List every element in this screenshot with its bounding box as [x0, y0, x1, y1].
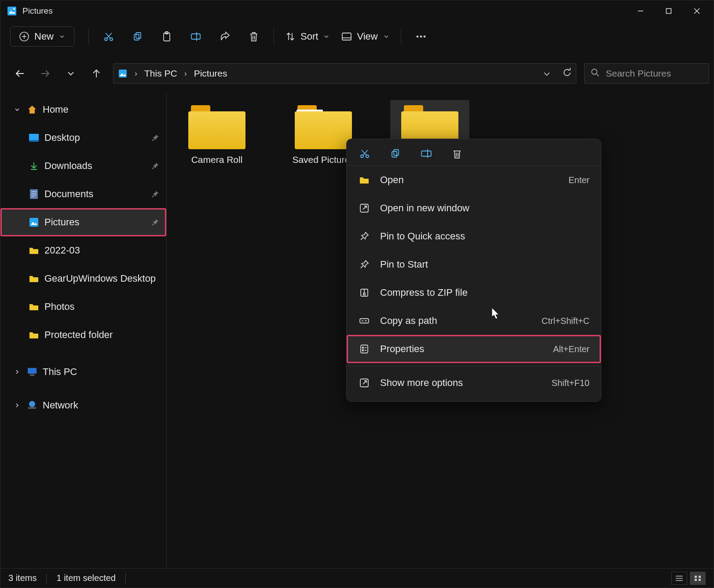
breadcrumb-this-pc[interactable]: This PC [144, 68, 177, 79]
svg-rect-53 [30, 374, 34, 375]
thumbnails-view-button[interactable] [690, 572, 706, 585]
sidebar-item-folder[interactable]: Photos [0, 293, 166, 321]
rename-button[interactable] [181, 26, 210, 47]
breadcrumb-pictures[interactable]: Pictures [194, 68, 227, 79]
ctx-copy-button[interactable] [389, 147, 402, 160]
nav-row: › This PC › Pictures Search Pictures [0, 60, 714, 87]
separator [46, 573, 47, 583]
folder-icon [29, 245, 39, 256]
ctx-item-label: Compress to ZIP file [380, 287, 590, 298]
separator [347, 366, 601, 366]
sidebar-item-desktop[interactable]: Desktop [0, 124, 166, 152]
ctx-pin-to-start[interactable]: Pin to Start [347, 250, 601, 279]
search-placeholder: Search Pictures [606, 68, 671, 79]
ctx-compress-zip[interactable]: Compress to ZIP file [347, 279, 601, 307]
chevron-right-icon: › [135, 69, 137, 78]
scissors-icon [103, 31, 114, 42]
search-icon [591, 68, 600, 79]
monitor-icon [27, 367, 37, 377]
svg-line-39 [152, 139, 154, 141]
svg-rect-63 [421, 151, 431, 156]
sidebar-item-label: 2022-03 [44, 245, 160, 256]
address-dropdown-button[interactable] [543, 68, 550, 79]
svg-rect-32 [119, 70, 127, 77]
share-button[interactable] [210, 26, 239, 47]
sidebar-item-network[interactable]: Network [0, 391, 166, 419]
refresh-button[interactable] [563, 68, 571, 79]
ctx-rename-button[interactable] [420, 147, 433, 160]
maximize-button[interactable] [655, 0, 683, 22]
details-view-button[interactable] [671, 572, 687, 585]
chevron-down-icon [13, 105, 22, 114]
ctx-show-more-options[interactable]: Show more options Shift+F10 [347, 369, 601, 397]
pictures-icon [29, 217, 39, 228]
ctx-open-new-window[interactable]: Open in new window [347, 194, 601, 222]
sidebar-item-folder[interactable]: GearUpWindows Desktop [0, 265, 166, 293]
svg-rect-15 [136, 33, 141, 38]
svg-point-55 [29, 401, 35, 407]
pictures-app-icon [7, 6, 17, 16]
pin-icon [150, 189, 160, 199]
svg-point-2 [13, 8, 15, 10]
chevron-right-icon [13, 401, 22, 410]
sidebar-item-home[interactable]: Home [0, 96, 166, 124]
sidebar-item-downloads[interactable]: Downloads [0, 152, 166, 180]
svg-rect-56 [28, 407, 36, 409]
ctx-copy-as-path[interactable]: Copy as path Ctrl+Shift+C [347, 307, 601, 335]
open-external-icon [358, 202, 370, 214]
document-icon [29, 189, 39, 199]
sidebar-item-folder[interactable]: Protected folder [0, 321, 166, 349]
copy-button[interactable] [123, 26, 152, 47]
sidebar-item-pictures[interactable]: Pictures [0, 208, 166, 236]
up-button[interactable] [88, 65, 105, 82]
main-area: Home Desktop Downloads Documents Picture… [0, 93, 714, 568]
forward-button[interactable] [37, 65, 54, 82]
ctx-item-label: Properties [380, 343, 543, 355]
svg-rect-0 [7, 7, 16, 15]
ctx-open[interactable]: Open Enter [347, 166, 601, 194]
new-button[interactable]: New [10, 26, 74, 47]
svg-rect-38 [29, 140, 39, 142]
recent-locations-button[interactable] [62, 65, 80, 82]
address-bar[interactable]: › This PC › Pictures [113, 63, 576, 84]
properties-icon [358, 343, 370, 355]
ctx-delete-button[interactable] [450, 147, 464, 160]
sidebar-item-label: This PC [43, 366, 160, 378]
minimize-button[interactable] [626, 0, 655, 22]
search-box[interactable]: Search Pictures [584, 63, 709, 84]
pin-icon [150, 133, 160, 143]
ctx-properties[interactable]: Properties Alt+Enter [347, 335, 601, 363]
cut-button[interactable] [94, 26, 123, 47]
ctx-item-label: Copy as path [380, 315, 532, 327]
sidebar-item-this-pc[interactable]: This PC [0, 358, 166, 386]
svg-rect-24 [342, 33, 351, 40]
folder-icon [29, 330, 39, 340]
back-button[interactable] [11, 65, 29, 82]
svg-rect-54 [29, 375, 35, 376]
sidebar-item-documents[interactable]: Documents [0, 180, 166, 208]
svg-rect-74 [360, 319, 369, 323]
delete-button[interactable] [239, 26, 268, 47]
svg-marker-36 [28, 106, 36, 114]
svg-line-48 [152, 195, 154, 197]
sort-button-label: Sort [300, 31, 318, 42]
close-button[interactable] [683, 0, 711, 22]
pin-icon [150, 161, 160, 171]
content-pane[interactable]: Camera Roll Saved Pictures Screenshots [167, 93, 714, 568]
ellipsis-icon [415, 31, 427, 42]
copy-icon [132, 31, 143, 42]
more-button[interactable] [406, 26, 436, 47]
paste-button[interactable] [152, 26, 181, 47]
folder-item[interactable]: Camera Roll [177, 100, 256, 170]
ctx-pin-quick-access[interactable]: Pin to Quick access [347, 222, 601, 250]
add-circle-icon [18, 31, 30, 42]
ctx-cut-button[interactable] [358, 147, 371, 160]
status-bar: 3 items 1 item selected [0, 568, 714, 588]
sort-button[interactable]: Sort [279, 26, 336, 47]
sidebar-item-folder[interactable]: 2022-03 [0, 236, 166, 265]
sidebar-item-label: Photos [44, 301, 160, 312]
share-icon [219, 31, 231, 42]
item-label: Camera Roll [191, 154, 243, 165]
svg-line-68 [363, 206, 366, 209]
view-button[interactable]: View [336, 26, 395, 47]
